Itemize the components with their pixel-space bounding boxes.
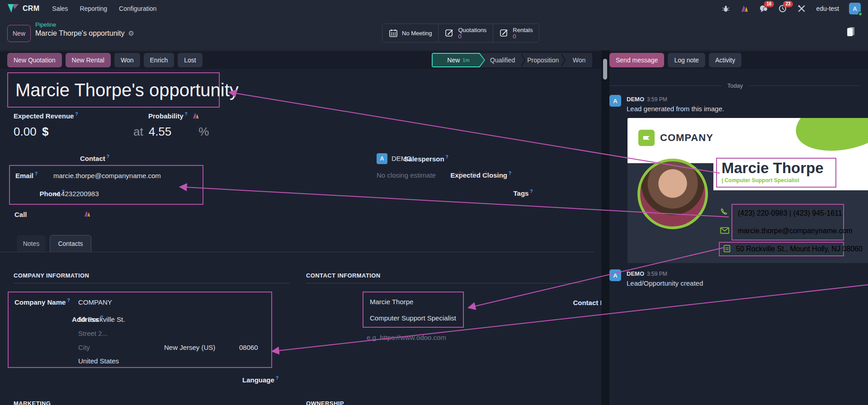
calendar-icon xyxy=(389,28,398,38)
salesperson-field[interactable]: DEMO xyxy=(392,155,412,162)
stage-proposition[interactable]: Proposition xyxy=(526,53,561,67)
new-record-button[interactable]: New xyxy=(7,25,31,42)
priority-stars[interactable] xyxy=(456,169,495,180)
message-author[interactable]: DEMO xyxy=(627,270,644,277)
message-time: 3:59 PM xyxy=(647,96,667,103)
send-message-button[interactable]: Send message xyxy=(609,53,664,67)
expected-revenue-value: 0.00 xyxy=(14,125,37,138)
call-label: Call xyxy=(14,211,27,218)
systray: 16 23 edu-test A xyxy=(721,3,861,14)
stage-qualified[interactable]: Qualified xyxy=(485,53,520,67)
user-avatar[interactable]: A xyxy=(849,3,861,14)
debug-bug-icon[interactable] xyxy=(721,4,730,13)
clipboard-icon[interactable] xyxy=(846,26,855,39)
log-note-button[interactable]: Log note xyxy=(668,53,705,67)
tab-contacts[interactable]: Contacts xyxy=(50,235,91,252)
menu-reporting[interactable]: Reporting xyxy=(80,5,107,12)
card-job-title: | Computer Support Specialist xyxy=(722,177,831,184)
pipeline-stage-bar: New 1m Qualified Proposition Won xyxy=(432,53,592,67)
breadcrumb: Pipeline Marcie Thorpe's opportunity xyxy=(35,21,134,38)
message-time: 3:59 PM xyxy=(647,271,667,277)
new-rental-button[interactable]: New Rental xyxy=(66,53,111,67)
app-name: CRM xyxy=(23,5,39,13)
email-field[interactable]: marcie.thorpe@companyname.com xyxy=(53,172,161,179)
breadcrumb-pipeline-link[interactable]: Pipeline xyxy=(35,21,134,28)
card-company-logo: COMPANY xyxy=(638,130,713,146)
country-field[interactable]: United States xyxy=(78,357,119,365)
ai-icon[interactable] xyxy=(192,112,199,119)
priority-star-icon[interactable] xyxy=(469,169,482,179)
app-switcher[interactable]: CRM xyxy=(7,4,39,14)
street2-field[interactable]: Street 2... xyxy=(78,330,108,337)
enrich-button[interactable]: Enrich xyxy=(144,53,175,67)
message-text: Lead/Opportunity created xyxy=(627,279,703,287)
phone-icon xyxy=(720,207,730,217)
activity-button[interactable]: Activity xyxy=(709,53,741,67)
city-field[interactable]: City xyxy=(78,344,90,351)
priority-star-icon[interactable] xyxy=(482,169,495,179)
stage-new[interactable]: New 1m xyxy=(432,53,485,67)
salesperson-avatar: A xyxy=(377,153,387,164)
message-item: DEMO3:59 PM Lead/Opportunity created xyxy=(627,269,703,287)
meeting-stat-label: No Meeting xyxy=(402,30,432,37)
zip-field[interactable]: 08060 xyxy=(239,344,258,351)
phone-field[interactable]: +14232200983 xyxy=(53,190,99,198)
company-switcher[interactable]: edu-test xyxy=(816,5,839,12)
contact-label: Contact xyxy=(80,155,109,162)
priority-star-icon[interactable] xyxy=(456,169,469,179)
expected-closing-field[interactable]: No closing estimate xyxy=(377,171,436,179)
probability-label: Probability xyxy=(148,112,188,120)
activities-badge: 23 xyxy=(783,1,793,7)
state-field[interactable]: New Jersey (US) xyxy=(164,344,215,351)
website-field[interactable]: e.g. https://www.odoo.com xyxy=(367,334,446,341)
job-position-field[interactable]: Computer Support Specialist xyxy=(370,314,456,322)
stage-won[interactable]: Won xyxy=(566,53,592,67)
message-item: DEMO3:59 PM Lead generated from this ima… xyxy=(627,95,724,113)
menu-sales[interactable]: Sales xyxy=(52,5,68,12)
edit-note-icon xyxy=(445,28,454,38)
messages-icon[interactable]: 16 xyxy=(759,4,768,13)
expected-revenue-field[interactable]: 0.00 $ xyxy=(14,125,49,139)
card-portrait-photo xyxy=(637,159,708,229)
record-actions-gear-icon[interactable] xyxy=(128,29,134,38)
company-name-field[interactable]: COMPANY xyxy=(78,298,112,306)
message-avatar: DA xyxy=(609,95,621,107)
meeting-stat-button[interactable]: No Meeting xyxy=(382,24,438,42)
activities-clock-icon[interactable]: 23 xyxy=(778,4,787,13)
scrollbar-thumb[interactable] xyxy=(603,59,607,80)
mail-icon xyxy=(720,226,730,235)
opportunity-form: Marcie Thorpe's opportunity Expected Rev… xyxy=(0,69,601,405)
building-icon xyxy=(722,244,731,253)
rentals-stat-count: 0 xyxy=(513,33,516,40)
lost-button[interactable]: Lost xyxy=(178,53,202,67)
rentals-stat-button[interactable]: Rentals 0 xyxy=(493,24,539,42)
edit-note-icon xyxy=(500,28,509,38)
control-panel: New Pipeline Marcie Thorpe's opportunity… xyxy=(0,17,868,51)
company-info-group: Company Name COMPANY Address 50 Rockvill… xyxy=(8,292,272,368)
tools-icon[interactable] xyxy=(797,4,806,13)
stage-new-label: New xyxy=(447,57,460,64)
email-label: Email xyxy=(15,172,38,179)
card-email: marcie.thorpe@companyname.com xyxy=(738,227,853,235)
contact-name-field[interactable]: Marcie Thorpe xyxy=(370,298,413,306)
stage-chevron-icon xyxy=(561,53,566,67)
company-logo-icon xyxy=(638,130,655,146)
contact-name-label: Contact Name xyxy=(573,299,601,306)
business-card-image[interactable]: COMPANY Marcie Thorpe | Computer Support… xyxy=(627,118,868,263)
messages-badge: 16 xyxy=(764,1,774,7)
tabs-divider xyxy=(0,252,594,252)
menu-configuration[interactable]: Configuration xyxy=(119,5,156,12)
probability-prefix: at xyxy=(133,125,143,139)
ai-icon[interactable] xyxy=(740,4,749,13)
card-name-annotation-box: Marcie Thorpe | Computer Support Special… xyxy=(716,158,836,188)
quotations-stat-button[interactable]: Quotations 0 xyxy=(438,24,493,42)
ai-icon[interactable] xyxy=(84,210,91,217)
opportunity-title-field[interactable]: Marcie Thorpe's opportunity xyxy=(7,72,220,108)
new-quotation-button[interactable]: New Quotation xyxy=(7,53,62,67)
won-button[interactable]: Won xyxy=(114,53,140,67)
stage-new-duration: 1m xyxy=(462,57,469,63)
probability-field[interactable]: at 4.55 % xyxy=(133,125,209,139)
street-field[interactable]: 50 Rockville St. xyxy=(78,316,125,323)
tab-notes[interactable]: Notes xyxy=(17,235,46,252)
message-author[interactable]: DEMO xyxy=(627,96,644,103)
